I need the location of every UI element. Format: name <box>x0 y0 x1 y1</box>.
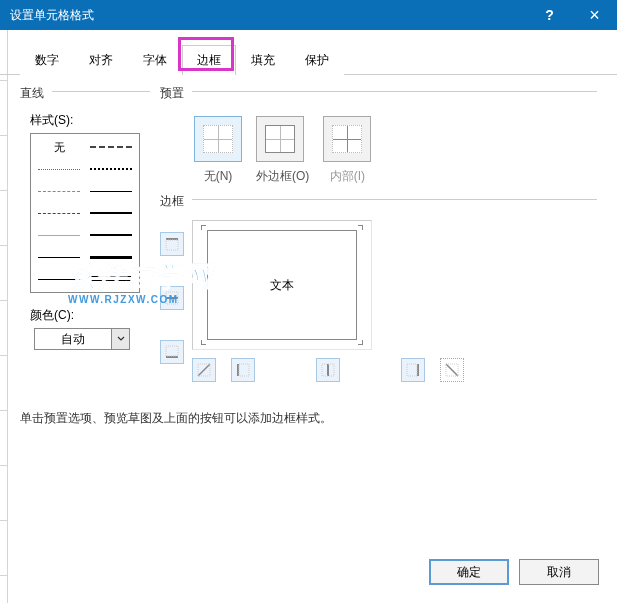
style-opt[interactable] <box>85 246 137 268</box>
preview-text: 文本 <box>270 277 294 294</box>
preset-none-icon <box>203 125 233 153</box>
cancel-button[interactable]: 取消 <box>519 559 599 585</box>
svg-rect-5 <box>166 346 178 356</box>
style-opt[interactable] <box>85 158 137 180</box>
style-label: 样式(S): <box>30 112 150 129</box>
svg-rect-13 <box>407 364 417 376</box>
help-button[interactable]: ? <box>527 0 572 30</box>
tab-number[interactable]: 数字 <box>20 45 74 75</box>
svg-rect-1 <box>166 240 178 250</box>
ok-button[interactable]: 确定 <box>429 559 509 585</box>
svg-line-14 <box>446 364 458 376</box>
tab-fill[interactable]: 填充 <box>236 45 290 75</box>
border-diag-up-button[interactable] <box>192 358 216 382</box>
line-group-label: 直线 <box>20 85 44 102</box>
border-middle-h-button[interactable] <box>160 286 184 310</box>
tab-bar: 数字 对齐 字体 边框 填充 保护 <box>0 30 617 75</box>
preset-outline-label: 外边框(O) <box>256 168 309 185</box>
style-opt[interactable] <box>85 202 137 224</box>
preset-inside-button[interactable] <box>323 116 371 162</box>
tab-protect[interactable]: 保护 <box>290 45 344 75</box>
color-dropdown[interactable]: 自动 <box>34 328 130 350</box>
preset-none-button[interactable] <box>194 116 242 162</box>
style-opt[interactable] <box>85 136 137 158</box>
border-group-label: 边框 <box>160 193 184 210</box>
color-value: 自动 <box>35 331 111 348</box>
line-style-list[interactable]: 无 <box>30 133 140 293</box>
style-opt[interactable] <box>85 268 137 290</box>
style-opt[interactable] <box>33 224 85 246</box>
preset-outline-button[interactable] <box>256 116 304 162</box>
preset-group-label: 预置 <box>160 85 184 102</box>
preset-outline-icon <box>265 125 295 153</box>
dialog-title: 设置单元格格式 <box>10 7 94 24</box>
preset-inside-label: 内部(I) <box>323 168 371 185</box>
svg-rect-9 <box>239 364 249 376</box>
tab-border[interactable]: 边框 <box>182 45 236 75</box>
titlebar: 设置单元格格式 ? × <box>0 0 617 30</box>
style-none[interactable]: 无 <box>33 136 85 158</box>
chevron-down-icon <box>111 329 129 349</box>
style-opt[interactable] <box>33 268 85 290</box>
tab-font[interactable]: 字体 <box>128 45 182 75</box>
instruction-text: 单击预置选项、预览草图及上面的按钮可以添加边框样式。 <box>20 410 617 427</box>
close-button[interactable]: × <box>572 0 617 30</box>
border-bottom-button[interactable] <box>160 340 184 364</box>
style-opt[interactable] <box>33 246 85 268</box>
style-opt[interactable] <box>85 224 137 246</box>
preset-inside-icon <box>332 125 362 153</box>
border-right-button[interactable] <box>401 358 425 382</box>
style-opt[interactable] <box>33 202 85 224</box>
svg-rect-10 <box>327 364 329 376</box>
style-opt[interactable] <box>33 158 85 180</box>
style-opt[interactable] <box>85 180 137 202</box>
border-diag-down-button[interactable] <box>440 358 464 382</box>
border-left-button[interactable] <box>231 358 255 382</box>
style-opt[interactable] <box>33 180 85 202</box>
border-preview[interactable]: 文本 <box>192 220 372 350</box>
preset-none-label: 无(N) <box>194 168 242 185</box>
border-top-button[interactable] <box>160 232 184 256</box>
tab-align[interactable]: 对齐 <box>74 45 128 75</box>
border-middle-v-button[interactable] <box>316 358 340 382</box>
svg-rect-2 <box>166 297 178 299</box>
color-label: 颜色(C): <box>30 307 150 324</box>
svg-line-6 <box>198 364 210 376</box>
